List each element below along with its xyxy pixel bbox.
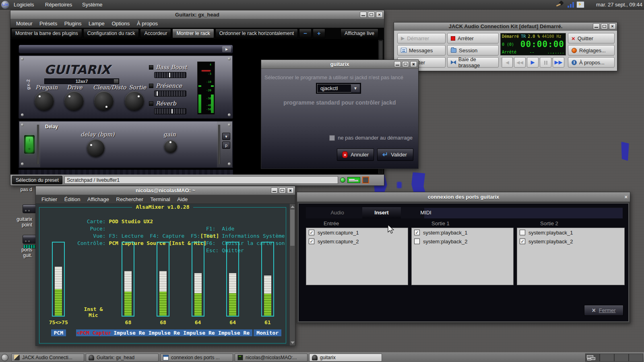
- messages-button[interactable]: Messages: [397, 45, 446, 56]
- task-ports[interactable]: connexion des ports ...: [160, 354, 233, 362]
- fermer-button[interactable]: × Fermer: [584, 305, 623, 316]
- sortie-knob[interactable]: [125, 91, 144, 111]
- patchbay-button[interactable]: Baie de brassage: [447, 57, 499, 68]
- transport-forward-button[interactable]: ▶▶: [553, 57, 564, 68]
- port-item[interactable]: ✓ system:playback_2: [517, 237, 624, 246]
- midi-panel-icon[interactable]: [362, 177, 369, 183]
- session-button[interactable]: Session: [447, 45, 499, 56]
- menu-affichage[interactable]: Affichage: [87, 195, 109, 204]
- panel-menu-systeme[interactable]: Système: [82, 2, 103, 8]
- stop-button[interactable]: Arrêter: [447, 33, 499, 43]
- minimize-icon[interactable]: [360, 12, 367, 18]
- drive-knob[interactable]: [64, 91, 84, 111]
- about-button[interactable]: i À propos...: [568, 57, 615, 68]
- panel-menu-logiciels[interactable]: Logiciels: [14, 2, 34, 8]
- distro-logo-icon[interactable]: LZK: [1, 1, 9, 9]
- desktop-icon-guitarix[interactable]: [23, 204, 36, 213]
- start-button[interactable]: ▶ Démarrer: [397, 33, 446, 43]
- minimize-icon[interactable]: [394, 61, 401, 67]
- close-icon[interactable]: ×: [609, 23, 616, 29]
- live-view-button[interactable]: Affichage live: [341, 29, 378, 38]
- dont-ask-checkbox-row[interactable]: ne pas demander au démarrage: [329, 135, 413, 141]
- panel-clock[interactable]: mar. 27 sept., 09:44: [596, 2, 642, 8]
- network-signal-icon[interactable]: [568, 2, 575, 8]
- menu-apropos[interactable]: À propos: [137, 19, 158, 28]
- menu-rechercher[interactable]: Rechercher: [116, 195, 143, 204]
- volume-bar[interactable]: [226, 242, 239, 317]
- volume-bar[interactable]: [157, 242, 169, 317]
- bass-boost-toggle[interactable]: Bass Boost: [149, 64, 187, 70]
- checkbox-icon[interactable]: ✓: [309, 230, 314, 235]
- port-item[interactable]: ✓ system:capture_2: [306, 237, 408, 246]
- channel-impulse-1[interactable]: 68 Impulse Re: [111, 242, 146, 341]
- minimize-rack-button[interactable]: −: [299, 29, 312, 38]
- pregain-knob[interactable]: [35, 91, 54, 111]
- delay-preset-button[interactable]: p: [222, 142, 230, 149]
- setup-button[interactable]: Réglages...: [568, 45, 615, 56]
- port-item[interactable]: system:playback_2: [412, 237, 513, 246]
- task-guitarix-main[interactable]: Guitarix: gx_head: [86, 354, 159, 362]
- transport-pause-button[interactable]: [540, 57, 551, 68]
- close-icon[interactable]: ×: [287, 187, 294, 193]
- tab-audio[interactable]: Audio: [318, 207, 357, 218]
- rack-config-button[interactable]: Configuration du rack: [83, 29, 139, 38]
- expand-rack-button[interactable]: +: [313, 29, 325, 38]
- terminal-scrollbar[interactable]: [289, 204, 295, 346]
- bass-boost-checkbox[interactable]: [149, 65, 153, 70]
- delay-bpm-knob[interactable]: [87, 139, 105, 157]
- show-plugin-bar-button[interactable]: Montrer la barre des plugins: [11, 29, 82, 38]
- maximize-icon[interactable]: [279, 187, 286, 193]
- jack-starter-select[interactable]: qjackctl ▼: [316, 83, 361, 94]
- minimize-icon[interactable]: [593, 23, 600, 29]
- checkbox-icon[interactable]: [329, 135, 335, 141]
- desktop-icon-ports[interactable]: [23, 235, 36, 244]
- menu-fichier[interactable]: Fichier: [41, 195, 57, 204]
- terminal-titlebar[interactable]: nicolas@nicolasMAO: ~ ×: [36, 186, 295, 195]
- channel-impulse-3[interactable]: 64 Impulse Re: [180, 242, 215, 341]
- channel-impulse-4[interactable]: 64 Impulse Re: [215, 242, 250, 341]
- channel-monitor[interactable]: 61 Monitor: [250, 242, 285, 341]
- volume-bar[interactable]: [261, 242, 274, 317]
- transport-backward-button[interactable]: ◀◀: [514, 57, 526, 68]
- chevron-down-icon[interactable]: ▼: [351, 84, 360, 93]
- preset-name-input[interactable]: [64, 176, 338, 184]
- panel-menu-repertoires[interactable]: Répertoires: [45, 2, 72, 8]
- volume-bar[interactable]: [192, 242, 204, 317]
- ports-titlebar[interactable]: connexion des ports guitarix: [297, 192, 630, 202]
- volume-bar[interactable]: [122, 242, 134, 317]
- terminal-screen[interactable]: AlsaMixer v1.0.28 Carte: POD Studio UX2 …: [36, 204, 289, 346]
- delay-collapse-icon[interactable]: ▾: [222, 133, 230, 140]
- cleandisto-knob[interactable]: [94, 91, 114, 111]
- menu-plugins[interactable]: Plugins: [64, 19, 82, 28]
- rack-header-bar[interactable]: ▶: [19, 45, 233, 53]
- tab-midi[interactable]: MIDI: [407, 207, 445, 218]
- maximize-icon[interactable]: [368, 12, 375, 18]
- tuner-button[interactable]: Accordeur: [140, 29, 171, 38]
- tab-insert[interactable]: Insert: [362, 207, 401, 218]
- channel-impulse-2[interactable]: 68 Impulse Re: [146, 242, 181, 341]
- task-terminal[interactable]: nicolas@nicolasMAO:...: [235, 354, 308, 362]
- port-item[interactable]: system:playback_1: [517, 228, 624, 237]
- dialog-titlebar[interactable]: guitarix ×: [261, 60, 418, 69]
- menu-presets[interactable]: Présets: [39, 19, 57, 28]
- menu-aide[interactable]: Aide: [177, 195, 188, 204]
- minimize-icon[interactable]: [271, 187, 278, 193]
- menu-terminal[interactable]: Terminal: [150, 195, 170, 204]
- bass-boost-slider[interactable]: [154, 72, 186, 78]
- checkbox-icon[interactable]: ✓: [520, 239, 525, 244]
- gain-knob[interactable]: [164, 140, 177, 153]
- checkbox-icon[interactable]: ✓: [309, 239, 314, 244]
- presence-checkbox[interactable]: [149, 84, 153, 88]
- tube-select[interactable]: 12ax7: [44, 78, 119, 84]
- show-desktop-button[interactable]: [1, 354, 8, 361]
- workspace-1[interactable]: [585, 354, 600, 362]
- task-guitarix-dialog[interactable]: guitarix: [309, 354, 382, 362]
- task-jack[interactable]: JACK Audio Connecti...: [11, 354, 84, 362]
- guitarix-titlebar[interactable]: Guitarix: gx_head ×: [10, 10, 384, 19]
- menu-options[interactable]: Options: [111, 19, 130, 28]
- workspace-2[interactable]: [600, 354, 614, 362]
- validate-button[interactable]: ↵ Valider: [377, 148, 413, 161]
- reverb-toggle[interactable]: Réverb: [149, 100, 176, 107]
- presence-slider[interactable]: [154, 90, 186, 97]
- maximize-icon[interactable]: [402, 61, 409, 67]
